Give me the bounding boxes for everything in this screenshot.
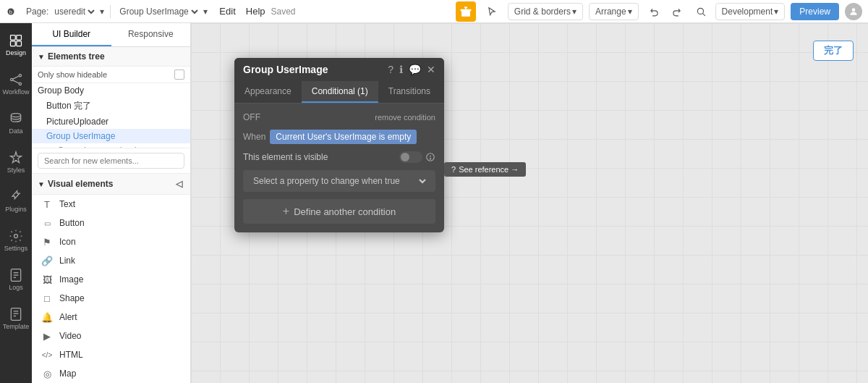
elements-tree-toggle[interactable]: ▼ <box>38 53 45 61</box>
condition-off-label: OFF <box>243 112 260 122</box>
sidebar-item-logs[interactable]: Logs <box>0 261 32 298</box>
svg-point-17 <box>11 114 20 117</box>
visual-item-shape[interactable]: □ Shape <box>32 289 190 308</box>
page-label: Page: <box>26 7 48 17</box>
edit-menu-item[interactable]: Edit <box>219 6 235 17</box>
visual-item-label: Image <box>59 274 83 285</box>
visual-items-list: T Text ▭ Button ⚑ Icon 🔗 Link 🖼 Image □ <box>32 195 190 383</box>
preview-button[interactable]: Preview <box>791 3 839 20</box>
svg-rect-8 <box>11 35 16 41</box>
tree-item-picture-uploader[interactable]: PictureUploader <box>32 114 190 129</box>
visible-controls <box>399 151 435 163</box>
info-icon[interactable]: ℹ <box>399 64 403 75</box>
define-btn-label: Define another condition <box>294 206 396 217</box>
only-show-hideable-checkbox[interactable] <box>174 70 184 80</box>
visual-elements-label: Visual elements <box>48 179 114 189</box>
visual-item-image[interactable]: 🖼 Image <box>32 270 190 289</box>
cursor-tool-button[interactable] <box>482 1 502 22</box>
condition-pill[interactable]: Current User's UserImage is empty <box>270 130 417 144</box>
data-label: Data <box>9 127 22 135</box>
search-elements-input[interactable] <box>38 153 184 169</box>
search-button[interactable] <box>692 3 710 20</box>
sidebar-item-design[interactable]: Design <box>0 26 32 64</box>
grid-borders-button[interactable]: Grid & borders ▾ <box>508 3 583 20</box>
sidebar-item-plugins[interactable]: Plugins <box>0 182 32 220</box>
visual-item-icon[interactable]: ⚑ Icon <box>32 232 190 251</box>
redo-button[interactable] <box>666 1 686 22</box>
svg-point-18 <box>14 235 18 238</box>
canvas-grid: 完了 Group UserImage ? ℹ 💬 <box>191 23 868 383</box>
visual-item-button[interactable]: ▭ Button <box>32 214 190 232</box>
group-selector[interactable]: Group UserImage ▾ <box>116 6 208 17</box>
canvas-area[interactable]: 完了 Group UserImage ? ℹ 💬 <box>191 23 868 383</box>
sidebar-item-data[interactable]: Data <box>0 104 32 142</box>
visible-row: This element is visible <box>243 151 435 163</box>
tab-ui-builder[interactable]: UI Builder <box>32 23 111 46</box>
tree-item-group-userimage[interactable]: Group UserImage <box>32 129 190 143</box>
settings-label: Settings <box>4 245 28 252</box>
workflow-label: Workflow <box>3 88 30 96</box>
page-select[interactable]: useredit <box>51 6 97 17</box>
development-button[interactable]: Development ▾ <box>715 3 786 20</box>
page-selector[interactable]: Page: useredit ▾ <box>26 6 104 17</box>
tab-appearance[interactable]: Appearance <box>234 81 302 103</box>
visual-item-video[interactable]: ▶ Video <box>32 327 190 345</box>
visual-elements-toggle[interactable]: ▼ <box>38 180 45 188</box>
tab-responsive[interactable]: Responsive <box>111 23 191 46</box>
define-another-condition-button[interactable]: + Define another condition <box>243 199 435 224</box>
sidebar-item-template[interactable]: Template <box>0 300 32 337</box>
visual-item-label: Icon <box>59 237 76 247</box>
comment-icon[interactable]: 💬 <box>409 64 421 75</box>
property-select-row[interactable]: Select a property to change when true <box>243 170 435 192</box>
tree-item-group-image-upload[interactable]: — Group Image upload 👁 <box>32 143 190 148</box>
logs-label: Logs <box>9 284 23 291</box>
undo-button[interactable] <box>644 1 665 22</box>
visual-item-label: Link <box>59 256 75 266</box>
tree-item-label: Button 完了 <box>46 100 184 112</box>
remove-condition-button[interactable]: remove condition <box>375 113 435 122</box>
visual-item-text[interactable]: T Text <box>32 195 190 214</box>
collapse-button[interactable]: ◁ <box>173 178 184 190</box>
svg-point-12 <box>11 78 13 80</box>
app-logo: b <box>6 4 20 19</box>
visual-item-map[interactable]: ◎ Map <box>32 364 190 383</box>
sidebar-item-settings[interactable]: Settings <box>0 222 32 259</box>
development-dropdown-icon: ▾ <box>774 7 778 17</box>
visual-item-html[interactable]: </> HTML <box>32 345 190 364</box>
only-show-hideable-label: Only show hideable <box>38 70 107 79</box>
modal-header-icons: ? ℹ 💬 ✕ <box>388 64 435 75</box>
tree-item-label: PictureUploader <box>46 117 184 127</box>
tree-item-label: — Group Image upload <box>46 146 174 148</box>
condition-row: OFF remove condition <box>243 112 435 122</box>
svg-line-16 <box>13 80 19 83</box>
visual-item-alert[interactable]: 🔔 Alert <box>32 308 190 327</box>
help-icon[interactable]: ? <box>388 64 393 75</box>
tree-item-group-body[interactable]: Group Body <box>32 83 190 98</box>
visual-item-link[interactable]: 🔗 Link <box>32 251 190 270</box>
modal-body: OFF remove condition When Current User's… <box>234 104 444 232</box>
arrange-button[interactable]: Arrange ▾ <box>589 3 639 20</box>
modal-title: Group UserImage <box>243 64 328 75</box>
complete-button[interactable]: 完了 <box>813 41 854 61</box>
see-reference-button[interactable]: ? See reference → <box>444 162 526 177</box>
plus-icon: + <box>283 205 289 218</box>
visual-item-label: Button <box>59 218 85 228</box>
tab-conditional[interactable]: Conditional (1) <box>302 81 378 103</box>
gift-button[interactable] <box>456 1 476 22</box>
text-type-icon: T <box>41 198 54 211</box>
grid-borders-dropdown-icon: ▾ <box>572 7 576 17</box>
tab-transitions[interactable]: Transitions <box>378 81 441 103</box>
tree-item-button-done[interactable]: Button 完了 <box>32 98 190 114</box>
sidebar-item-workflow[interactable]: Workflow <box>0 65 32 103</box>
close-modal-icon[interactable]: ✕ <box>427 64 435 75</box>
group-select[interactable]: Group UserImage <box>116 6 200 17</box>
sidebar-item-styles[interactable]: Styles <box>0 143 32 181</box>
property-select-dropdown[interactable]: Select a property to change when true <box>250 175 428 187</box>
main-area: Design Workflow Data Styles Plugins Sett… <box>0 23 868 383</box>
question-mark-icon: ? <box>451 165 456 174</box>
help-menu-item[interactable]: Help <box>246 6 265 17</box>
visible-toggle[interactable] <box>399 151 422 163</box>
user-avatar[interactable] <box>845 3 862 20</box>
image-type-icon: 🖼 <box>41 273 54 286</box>
visual-item-label: Alert <box>59 312 77 322</box>
